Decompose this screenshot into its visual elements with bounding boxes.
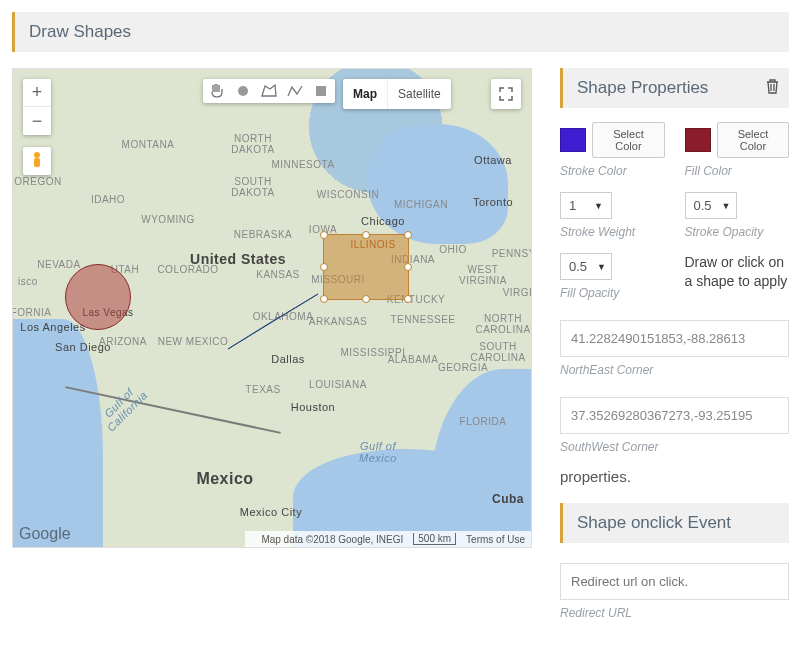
chevron-down-icon: ▼ bbox=[722, 201, 731, 211]
map-canvas[interactable]: ONTARIO MONTANA NORTH DAKOTA MINNESOTA O… bbox=[12, 68, 532, 548]
drawing-toolbar bbox=[203, 79, 335, 103]
fill-opacity-select[interactable]: 0.5 ▼ bbox=[560, 253, 612, 280]
map-attribution: Map data ©2018 Google, INEGI bbox=[261, 534, 403, 545]
polygon-tool-icon[interactable] bbox=[261, 83, 277, 99]
fill-opacity-value: 0.5 bbox=[569, 259, 587, 274]
page-title-bar: Draw Shapes bbox=[12, 12, 789, 52]
map-credits: Map data ©2018 Google, INEGI 500 km Term… bbox=[245, 531, 531, 547]
drawn-polygon[interactable] bbox=[213, 294, 323, 354]
zoom-controls: + − bbox=[23, 79, 51, 135]
drawn-circle[interactable] bbox=[65, 264, 131, 330]
stroke-color-label: Stroke Color bbox=[560, 164, 665, 178]
chevron-down-icon: ▼ bbox=[594, 201, 603, 211]
apply-hint: Draw or click on a shape to apply bbox=[685, 253, 790, 291]
redirect-url-label: Redirect URL bbox=[560, 606, 789, 620]
onclick-title-bar: Shape onclick Event bbox=[560, 503, 789, 543]
pegman-icon[interactable] bbox=[23, 147, 51, 175]
terms-link[interactable]: Terms of Use bbox=[466, 534, 525, 545]
rectangle-tool-icon[interactable] bbox=[313, 83, 329, 99]
properties-title-bar: Shape Properties bbox=[560, 68, 789, 108]
circle-tool-icon[interactable] bbox=[235, 83, 251, 99]
main-layout: ONTARIO MONTANA NORTH DAKOTA MINNESOTA O… bbox=[12, 68, 789, 634]
southwest-corner-label: SouthWest Corner bbox=[560, 440, 789, 454]
southwest-corner-input[interactable] bbox=[560, 397, 789, 434]
fill-color-label: Fill Color bbox=[685, 164, 790, 178]
map-type-satellite[interactable]: Satellite bbox=[388, 79, 451, 109]
chevron-down-icon: ▼ bbox=[597, 262, 606, 272]
northeast-corner-label: NorthEast Corner bbox=[560, 363, 789, 377]
svg-marker-0 bbox=[228, 294, 318, 349]
fill-opacity-label: Fill Opacity bbox=[560, 286, 665, 300]
svg-rect-2 bbox=[34, 158, 40, 167]
polyline-tool-icon[interactable] bbox=[287, 83, 303, 99]
map-water bbox=[368, 124, 508, 244]
stroke-color-swatch[interactable] bbox=[560, 128, 586, 152]
fullscreen-button[interactable] bbox=[491, 79, 521, 109]
svg-point-1 bbox=[34, 152, 40, 158]
stroke-weight-label: Stroke Weight bbox=[560, 225, 665, 239]
delete-shape-button[interactable] bbox=[766, 79, 779, 97]
map-type-switch: Map Satellite bbox=[343, 79, 451, 109]
stroke-weight-select[interactable]: 1 ▼ bbox=[560, 192, 612, 219]
properties-text: properties. bbox=[560, 468, 789, 485]
map-water bbox=[12, 319, 103, 548]
select-fill-color-button[interactable]: Select Color bbox=[717, 122, 789, 158]
stroke-opacity-select[interactable]: 0.5 ▼ bbox=[685, 192, 737, 219]
stroke-opacity-value: 0.5 bbox=[694, 198, 712, 213]
select-stroke-color-button[interactable]: Select Color bbox=[592, 122, 664, 158]
pan-tool-icon[interactable] bbox=[209, 83, 225, 99]
map-scale: 500 km bbox=[413, 533, 456, 545]
page-title: Draw Shapes bbox=[29, 22, 131, 41]
svg-rect-4 bbox=[316, 86, 326, 96]
northeast-corner-input[interactable] bbox=[560, 320, 789, 357]
svg-point-3 bbox=[238, 86, 248, 96]
stroke-opacity-label: Stroke Opacity bbox=[685, 225, 790, 239]
zoom-in-button[interactable]: + bbox=[23, 79, 51, 107]
map-type-map[interactable]: Map bbox=[343, 79, 388, 109]
google-logo: Google bbox=[19, 525, 71, 543]
properties-title: Shape Properties bbox=[577, 78, 708, 97]
drawn-rectangle[interactable] bbox=[323, 234, 409, 300]
stroke-weight-value: 1 bbox=[569, 198, 576, 213]
onclick-title: Shape onclick Event bbox=[577, 513, 731, 532]
properties-panel: Shape Properties Select Color Stroke Col… bbox=[560, 68, 789, 634]
redirect-url-input[interactable] bbox=[560, 563, 789, 600]
fill-color-swatch[interactable] bbox=[685, 128, 711, 152]
zoom-out-button[interactable]: − bbox=[23, 107, 51, 135]
